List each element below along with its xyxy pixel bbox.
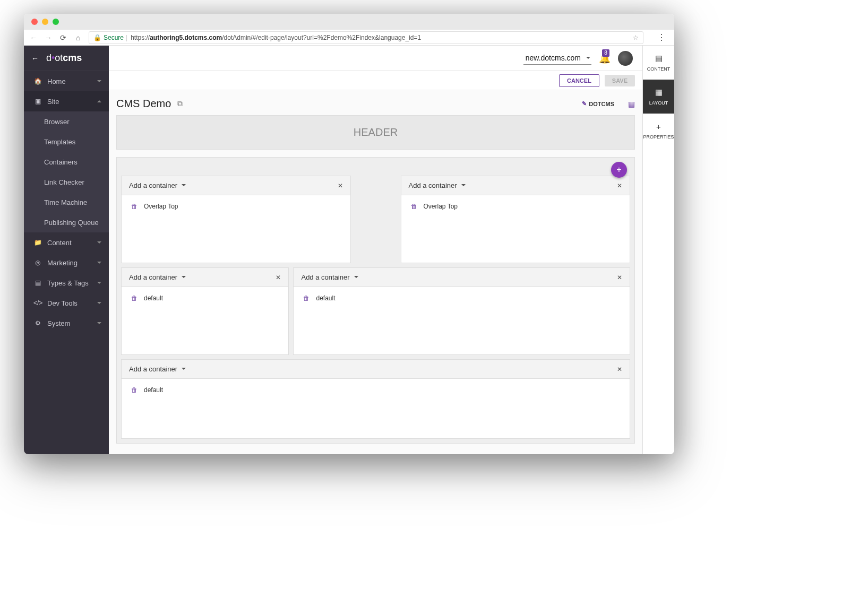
- sidebar-label: Types & Tags: [47, 279, 89, 287]
- rail-layout[interactable]: ▦ LAYOUT: [643, 80, 674, 114]
- layout-header-region: HEADER: [116, 115, 635, 150]
- sidebar-label: Site: [47, 98, 59, 106]
- sidebar-back-icon[interactable]: ←: [31, 54, 39, 63]
- grid-icon[interactable]: ▦: [628, 100, 635, 108]
- url-text: https://authoring5.dotcms.com/dotAdmin/#…: [131, 34, 421, 41]
- add-row-button[interactable]: +: [611, 162, 627, 178]
- layout-icon: ▦: [655, 88, 663, 97]
- add-container-dropdown[interactable]: Add a container: [129, 365, 186, 373]
- sidebar-item-home[interactable]: 🏠 Home: [24, 71, 109, 91]
- browser-toolbar: ← → ⟳ ⌂ 🔒 Secure | https://authoring5.do…: [24, 30, 674, 46]
- home-icon[interactable]: ⌂: [74, 33, 82, 42]
- main-content: new.dotcms.com 🔔8 CANCEL SAVE CMS Demo ⧉…: [109, 46, 642, 454]
- page-title-row: CMS Demo ⧉ ✎ DOTCMS ▦: [116, 98, 635, 110]
- close-window-icon[interactable]: [31, 19, 38, 25]
- container-box[interactable]: Add a container ✕ 🗑 default: [293, 267, 630, 355]
- sidebar-item-marketing[interactable]: ◎ Marketing: [24, 253, 109, 273]
- sitemap-icon: ▣: [33, 98, 42, 105]
- content-item[interactable]: 🗑 default: [122, 379, 630, 401]
- trash-icon[interactable]: 🗑: [131, 386, 137, 394]
- add-container-dropdown[interactable]: Add a container: [129, 273, 186, 281]
- site-selector[interactable]: new.dotcms.com: [523, 51, 591, 65]
- bookmark-star-icon[interactable]: ☆: [633, 34, 639, 41]
- minimize-window-icon[interactable]: [42, 19, 48, 25]
- rail-content[interactable]: ▤ CONTENT: [643, 46, 674, 80]
- add-container-dropdown[interactable]: Add a container: [409, 181, 466, 189]
- sidebar-label: System: [47, 319, 70, 327]
- reload-icon[interactable]: ⟳: [59, 33, 67, 42]
- pencil-icon: ✎: [582, 100, 587, 107]
- content-item[interactable]: 🗑 default: [122, 287, 288, 309]
- add-container-dropdown[interactable]: Add a container: [129, 181, 186, 189]
- browser-menu-icon[interactable]: ⋮: [657, 32, 666, 42]
- top-bar: new.dotcms.com 🔔8: [109, 46, 642, 71]
- sidebar-sub-link-checker[interactable]: Link Checker: [24, 172, 109, 192]
- container-box[interactable]: Add a container ✕ 🗑 default: [121, 267, 289, 355]
- trash-icon[interactable]: 🗑: [303, 294, 310, 302]
- notification-badge: 8: [602, 49, 609, 57]
- sidebar-sub-publishing-queue[interactable]: Publishing Queue: [24, 212, 109, 232]
- plus-icon: +: [656, 122, 661, 131]
- close-icon[interactable]: ✕: [617, 366, 622, 373]
- trash-icon[interactable]: 🗑: [131, 203, 137, 210]
- secure-label: Secure: [104, 34, 124, 41]
- avatar[interactable]: [618, 51, 633, 66]
- logo: d•otcms: [46, 53, 82, 64]
- trash-icon[interactable]: 🗑: [131, 294, 137, 302]
- template-link[interactable]: ✎ DOTCMS: [582, 100, 614, 107]
- rail-properties[interactable]: + PROPERTIES: [643, 114, 674, 148]
- content-item[interactable]: 🗑 default: [294, 287, 630, 309]
- container-box[interactable]: Add a container ✕ 🗑 default: [121, 359, 630, 439]
- secure-badge: 🔒 Secure |: [93, 34, 127, 41]
- close-icon[interactable]: ✕: [617, 182, 622, 189]
- forward-icon[interactable]: →: [44, 33, 53, 42]
- sidebar-item-site[interactable]: ▣ Site: [24, 91, 109, 111]
- sidebar-sub-time-machine[interactable]: Time Machine: [24, 192, 109, 212]
- action-toolbar: CANCEL SAVE: [109, 71, 642, 90]
- sidebar-sub-containers[interactable]: Containers: [24, 152, 109, 172]
- notifications-icon[interactable]: 🔔8: [599, 53, 611, 64]
- browser-window: ← → ⟳ ⌂ 🔒 Secure | https://authoring5.do…: [24, 14, 674, 454]
- back-icon[interactable]: ←: [29, 33, 38, 42]
- close-icon[interactable]: ✕: [276, 274, 281, 281]
- container-box[interactable]: Add a container ✕ 🗑 Overlap Top: [401, 176, 631, 263]
- code-icon: </>: [33, 299, 42, 307]
- sidebar-item-types-tags[interactable]: ▤ Types & Tags: [24, 273, 109, 293]
- add-container-dropdown[interactable]: Add a container: [301, 273, 358, 281]
- layout-canvas: + Add a container ✕ 🗑 Overlap Top: [116, 157, 635, 444]
- sidebar-header: ← d•otcms: [24, 46, 109, 71]
- sidebar-sub-templates[interactable]: Templates: [24, 132, 109, 152]
- target-icon: ◎: [33, 259, 42, 266]
- sidebar-sub-browser[interactable]: Browser: [24, 111, 109, 132]
- gear-icon: ⚙: [33, 319, 42, 327]
- sidebar: ← d•otcms 🏠 Home ▣ Site Browser Template…: [24, 46, 109, 454]
- sidebar-label: Content: [47, 239, 72, 247]
- page-title: CMS Demo: [116, 98, 171, 110]
- address-input[interactable]: 🔒 Secure | https://authoring5.dotcms.com…: [89, 31, 643, 44]
- document-icon: ▤: [655, 54, 663, 63]
- content-item[interactable]: 🗑 Overlap Top: [401, 195, 630, 218]
- copy-icon[interactable]: ⧉: [177, 99, 183, 108]
- sidebar-label: Home: [47, 77, 66, 85]
- sidebar-label: Marketing: [47, 259, 78, 267]
- maximize-window-icon[interactable]: [53, 19, 59, 25]
- tags-icon: ▤: [33, 279, 42, 287]
- sidebar-item-content[interactable]: 📁 Content: [24, 232, 109, 253]
- close-icon[interactable]: ✕: [338, 182, 343, 189]
- save-button: SAVE: [605, 75, 635, 86]
- content-item[interactable]: 🗑 Overlap Top: [122, 195, 350, 218]
- cancel-button[interactable]: CANCEL: [559, 74, 599, 87]
- close-icon[interactable]: ✕: [617, 274, 622, 281]
- container-box[interactable]: Add a container ✕ 🗑 Overlap Top: [121, 176, 351, 263]
- right-rail: ▤ CONTENT ▦ LAYOUT + PROPERTIES: [642, 46, 674, 454]
- lock-icon: 🔒: [93, 34, 101, 41]
- sidebar-item-system[interactable]: ⚙ System: [24, 313, 109, 333]
- home-icon: 🏠: [33, 77, 42, 85]
- window-controls: [24, 14, 674, 30]
- folder-icon: 📁: [33, 239, 42, 246]
- sidebar-label: Dev Tools: [47, 299, 78, 307]
- sidebar-item-dev-tools[interactable]: </> Dev Tools: [24, 293, 109, 313]
- trash-icon[interactable]: 🗑: [411, 203, 417, 210]
